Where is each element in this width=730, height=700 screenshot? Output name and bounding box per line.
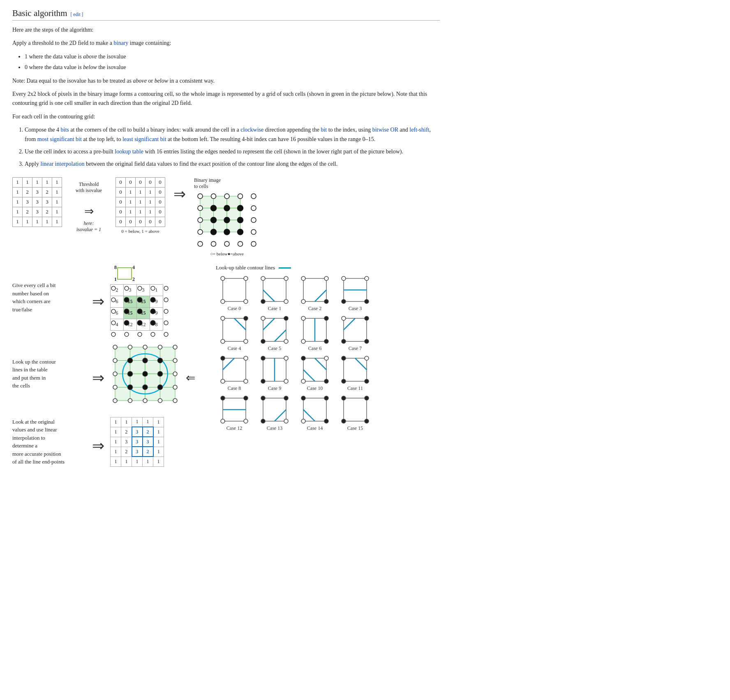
step1: Compose the 4 bits at the corners of the…	[25, 125, 440, 144]
binary-grid-container: 0000001110011100111000000 0 = below, 1 =…	[116, 177, 165, 234]
here-label: here:isovalue = 1	[76, 220, 101, 233]
case-item-12: Case 12	[216, 395, 253, 431]
lookup-line-legend	[279, 267, 291, 269]
case-item-7: Case 7	[337, 315, 374, 352]
svg-point-55	[111, 332, 116, 336]
svg-point-164	[324, 356, 328, 360]
give-cell-desc: Give every cell a bitnumber based onwhic…	[12, 281, 86, 313]
svg-point-154	[221, 379, 225, 383]
svg-point-103	[221, 276, 225, 280]
para3: For each cell in the contouring grid:	[12, 112, 440, 121]
svg-point-98	[128, 399, 132, 403]
case-label-15: Case 15	[347, 425, 363, 431]
case-svg-11	[340, 355, 370, 385]
svg-point-9	[198, 194, 203, 199]
section-title: Basic algorithm [ edit ]	[12, 8, 440, 21]
svg-rect-107	[263, 278, 286, 301]
svg-point-13	[251, 194, 256, 199]
arrow-threshold: ⇒	[84, 204, 94, 218]
svg-point-17	[238, 205, 243, 211]
svg-point-29	[198, 241, 203, 246]
svg-point-183	[284, 396, 288, 400]
svg-point-148	[342, 339, 346, 343]
svg-rect-113	[303, 278, 326, 301]
bit-number-row: Give every cell a bitnumber based onwhic…	[12, 264, 195, 331]
case-label-12: Case 12	[226, 425, 242, 431]
svg-point-18	[251, 206, 256, 211]
svg-point-97	[113, 399, 117, 403]
svg-point-77	[113, 345, 117, 349]
svg-point-157	[261, 356, 265, 360]
svg-point-32	[238, 241, 243, 246]
step2: Use the cell index to access a pre-built…	[25, 147, 440, 156]
svg-point-122	[365, 299, 369, 304]
case-label-11: Case 11	[347, 385, 363, 392]
note-para: Note: Data equal to the isovalue has to …	[12, 76, 440, 86]
case-label-6: Case 6	[308, 345, 321, 352]
bits-link[interactable]: bits	[61, 127, 69, 133]
svg-point-152	[244, 356, 248, 360]
svg-point-139	[301, 316, 305, 320]
svg-point-83	[128, 358, 133, 363]
bullet1: 1 where the data value is above the isov…	[25, 52, 440, 61]
arrow-interp: ⇒	[92, 437, 104, 454]
case-item-6: Case 6	[296, 315, 333, 352]
svg-rect-162	[303, 358, 326, 381]
case-label-2: Case 2	[308, 306, 321, 312]
left-column: Give every cell a bitnumber based onwhic…	[12, 264, 195, 467]
below-above-label: ○= below●=above	[194, 251, 260, 256]
svg-point-25	[211, 229, 217, 235]
svg-point-185	[261, 419, 265, 423]
case-svg-5	[260, 315, 289, 345]
svg-point-158	[284, 356, 288, 360]
case-svg-15	[340, 395, 370, 424]
svg-point-151	[221, 356, 225, 360]
case-svg-13	[260, 395, 289, 424]
binary-link[interactable]: binary	[114, 40, 129, 46]
svg-point-95	[158, 385, 163, 389]
case-svg-4	[219, 315, 249, 345]
case-svg-6	[300, 315, 330, 345]
case-item-14: Case 14	[296, 395, 333, 431]
svg-point-197	[342, 419, 346, 423]
arrow-lookup: ⇒	[92, 369, 104, 387]
case-label-1: Case 1	[268, 306, 281, 312]
edit-link[interactable]: [ edit ]	[71, 12, 83, 17]
svg-point-57	[138, 332, 142, 336]
svg-point-195	[365, 396, 369, 400]
step3: Apply linear interpolation between the o…	[25, 160, 440, 169]
svg-point-39	[164, 286, 168, 290]
bitwise-link[interactable]: bitwise OR	[372, 127, 398, 133]
msb-link[interactable]: most significant bit	[37, 136, 82, 142]
case-label-13: Case 13	[267, 425, 282, 431]
svg-point-49	[164, 309, 168, 313]
svg-point-11	[224, 194, 229, 199]
leftshift-link[interactable]: left-shift	[409, 127, 429, 133]
svg-point-134	[284, 339, 288, 343]
arrow-binary: ⇒	[173, 185, 186, 203]
case-item-11: Case 11	[337, 355, 374, 392]
lsb-link[interactable]: least significant bit	[122, 136, 166, 142]
svg-point-79	[143, 345, 147, 349]
svg-point-16	[224, 205, 230, 211]
svg-point-141	[324, 339, 328, 343]
bit-link[interactable]: bit	[321, 127, 327, 133]
svg-point-163	[301, 356, 305, 360]
svg-point-146	[365, 316, 369, 320]
svg-rect-181	[263, 398, 286, 421]
svg-point-24	[198, 229, 203, 234]
dot-grid-container: Binary imageto cells ○= below●=above	[194, 177, 260, 256]
binary-grid-table: 0000001110011100111000000	[116, 177, 165, 227]
svg-rect-169	[344, 358, 367, 381]
svg-point-100	[158, 399, 162, 403]
steps-list: Compose the 4 bits at the corners of the…	[25, 125, 440, 169]
svg-point-160	[261, 379, 265, 383]
svg-point-27	[238, 229, 243, 235]
case-svg-10	[300, 355, 330, 385]
svg-point-99	[143, 399, 147, 403]
interp-link[interactable]: linear interpolation	[41, 161, 85, 167]
svg-point-116	[324, 299, 328, 304]
lookup-link[interactable]: lookup table	[115, 148, 143, 155]
field-grid-container: 1111112321133311232111111	[12, 177, 62, 227]
clockwise-link[interactable]: clockwise	[240, 127, 263, 133]
